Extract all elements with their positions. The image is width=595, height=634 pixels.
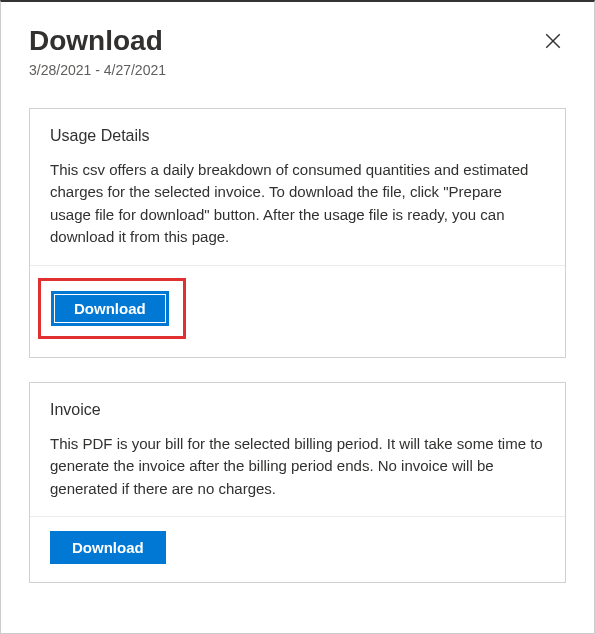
page-title: Download	[29, 24, 166, 58]
invoice-download-button[interactable]: Download	[50, 531, 166, 564]
usage-card-body: Usage Details This csv offers a daily br…	[30, 109, 565, 265]
usage-download-button[interactable]: Download	[51, 291, 169, 326]
panel-header: Download 3/28/2021 - 4/27/2021	[29, 24, 566, 78]
usage-details-card: Usage Details This csv offers a daily br…	[29, 108, 566, 358]
usage-card-title: Usage Details	[50, 127, 545, 145]
header-text-group: Download 3/28/2021 - 4/27/2021	[29, 24, 166, 78]
invoice-card-footer: Download	[30, 516, 565, 582]
close-icon	[544, 32, 562, 50]
usage-card-description: This csv offers a daily breakdown of con…	[50, 159, 545, 249]
invoice-card-title: Invoice	[50, 401, 545, 419]
billing-date-range: 3/28/2021 - 4/27/2021	[29, 62, 166, 78]
annotation-highlight: Download	[38, 278, 186, 339]
invoice-card-body: Invoice This PDF is your bill for the se…	[30, 383, 565, 517]
usage-card-footer: Download	[30, 265, 565, 357]
close-button[interactable]	[540, 28, 566, 57]
invoice-card: Invoice This PDF is your bill for the se…	[29, 382, 566, 584]
invoice-card-description: This PDF is your bill for the selected b…	[50, 433, 545, 501]
